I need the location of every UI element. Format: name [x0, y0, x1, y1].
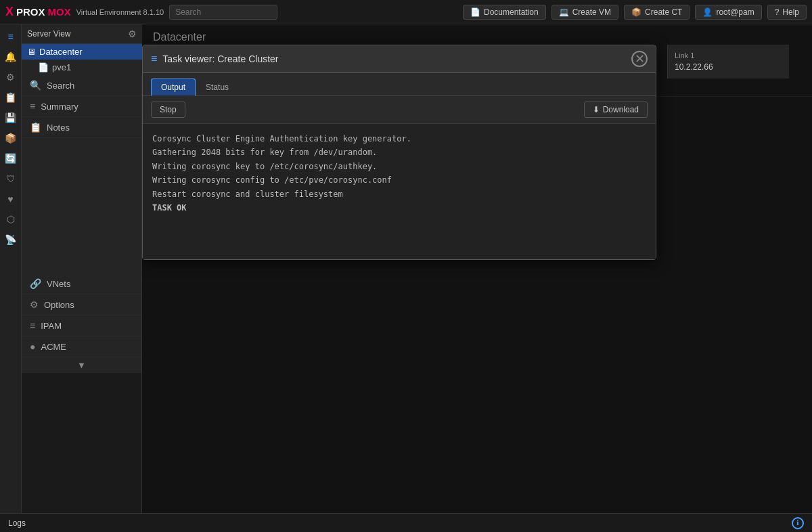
modal-close-button[interactable]: ✕ [631, 51, 648, 67]
acme-icon: ● [30, 341, 35, 352]
topbar: X PROX MOX Virtual Environment 8.1.10 📄 … [0, 0, 812, 24]
stop-button[interactable]: Stop [151, 102, 185, 118]
search-icon: 🔍 [30, 80, 41, 91]
modal-list-icon: ≡ [151, 53, 157, 65]
sidebar-icon-replication[interactable]: 🔄 [1, 149, 20, 168]
logbar-label: Logs [8, 518, 26, 528]
summary-icon: ≡ [30, 101, 35, 112]
sidebar-icon-firewall[interactable]: 🛡 [1, 169, 20, 188]
sidebar-icon-gear[interactable]: ⚙ [1, 68, 20, 87]
main-layout: ≡ 🔔 ⚙ 📋 💾 📦 🔄 🛡 ♥ ⬡ 📡 Server View ⚙ 🖥 Da… [0, 24, 812, 513]
modal-title: Task viewer: Create Cluster [162, 53, 278, 64]
nav-options-label: Options [44, 300, 74, 310]
sidebar-icon-pulse[interactable]: 📡 [1, 230, 20, 249]
nav-item-summary[interactable]: ≡ Summary [22, 96, 141, 117]
output-line-3: Writing corosync key to /etc/corosync/au… [152, 160, 646, 173]
tree-gear-icon[interactable]: ⚙ [128, 28, 137, 39]
datacenter-label: Datacenter [39, 47, 83, 57]
sidebar-icon-list[interactable]: 📋 [1, 88, 20, 107]
pve1-icon: 📄 [38, 62, 49, 72]
sidebar-icon-backup[interactable]: 📦 [1, 129, 20, 148]
vnets-icon: 🔗 [30, 278, 41, 289]
sidebar-icon-storage[interactable]: 💾 [1, 108, 20, 127]
nav-item-notes[interactable]: 📋 Notes [22, 117, 141, 138]
vm-icon: 💻 [559, 7, 569, 17]
nav-sidebar: 🔍 Search ≡ Summary 📋 Notes 🔗 VNets ⚙ Opt… [22, 75, 142, 373]
modal-header: ≡ Task viewer: Create Cluster ✕ [143, 45, 656, 73]
sidebar-icon-ha[interactable]: ♥ [1, 190, 20, 208]
sidebar-icon-sdn[interactable]: ⬡ [1, 210, 20, 229]
sidebar-icon-datacenter[interactable]: 🔔 [1, 47, 20, 66]
tab-status[interactable]: Status [196, 79, 239, 96]
documentation-button[interactable]: 📄 Documentation [463, 5, 546, 20]
tab-output[interactable]: Output [151, 79, 196, 96]
nav-acme-label: ACME [41, 342, 66, 352]
nav-vnets-label: VNets [47, 279, 70, 289]
ct-icon: 📦 [631, 7, 641, 17]
logbar: Logs ℹ [0, 513, 812, 532]
output-line-ok: TASK OK [152, 201, 646, 215]
ipam-icon: ≡ [30, 320, 35, 331]
tree-panel: Server View ⚙ 🖥 Datacenter 📄 pve1 [22, 24, 142, 75]
nav-item-options[interactable]: ⚙ Options [22, 294, 141, 315]
search-input[interactable] [169, 5, 277, 20]
link-label: Link 1 [675, 51, 782, 60]
logo: X PROX MOX Virtual Environment 8.1.10 [5, 5, 164, 19]
content-area: Datacenter Cluster Information Create Cl… [142, 24, 812, 513]
link-value: 10.2.22.66 [675, 62, 782, 72]
task-viewer-modal: ≡ Task viewer: Create Cluster ✕ Output S… [142, 45, 656, 260]
app-subtitle: Virtual Environment 8.1.10 [76, 8, 164, 16]
options-icon: ⚙ [30, 299, 39, 310]
output-line-5: Restart corosync and cluster filesystem [152, 187, 646, 201]
right-panel: Link 1 10.2.22.66 [667, 45, 789, 79]
icon-sidebar: ≡ 🔔 ⚙ 📋 💾 📦 🔄 🛡 ♥ ⬡ 📡 [0, 24, 22, 513]
nav-item-search[interactable]: 🔍 Search [22, 75, 141, 96]
nav-search-label: Search [47, 81, 74, 91]
datacenter-icon: 🖥 [27, 47, 36, 57]
collapse-icon[interactable]: ▼ [77, 360, 86, 370]
output-line-4: Writing corosync config to /etc/pve/coro… [152, 173, 646, 187]
tree-header-label: Server View [27, 29, 70, 39]
modal-title-row: ≡ Task viewer: Create Cluster [151, 53, 279, 65]
create-vm-button[interactable]: 💻 Create VM [551, 5, 618, 20]
logo-mox: MOX [48, 6, 71, 18]
output-line-1: Corosync Cluster Engine Authentication k… [152, 132, 646, 146]
nav-ipam-label: IPAM [41, 321, 62, 331]
nav-notes-label: Notes [47, 123, 70, 133]
help-icon: ? [775, 7, 780, 17]
logo-x-icon: X [5, 5, 14, 19]
nav-summary-label: Summary [41, 102, 78, 112]
tree-item-datacenter[interactable]: 🖥 Datacenter [22, 44, 142, 60]
nav-item-ipam[interactable]: ≡ IPAM [22, 315, 141, 336]
modal-overlay: ≡ Task viewer: Create Cluster ✕ Output S… [142, 24, 812, 513]
tree-header: Server View ⚙ [22, 24, 142, 44]
download-button[interactable]: ⬇ Download [584, 102, 648, 118]
modal-output: Corosync Cluster Engine Authentication k… [143, 124, 656, 259]
create-ct-button[interactable]: 📦 Create CT [624, 5, 690, 20]
logo-prox: PROX [16, 6, 45, 18]
help-button[interactable]: ? Help [767, 5, 807, 20]
notes-icon: 📋 [30, 122, 41, 133]
modal-tabs: Output Status [143, 73, 656, 96]
pve1-label: pve1 [52, 62, 71, 72]
doc-icon: 📄 [470, 7, 480, 17]
download-icon: ⬇ [593, 105, 600, 114]
user-menu-button[interactable]: 👤 root@pam [695, 5, 761, 20]
user-icon: 👤 [702, 7, 713, 17]
sidebar-icon-server[interactable]: ≡ [1, 27, 20, 46]
tree-item-pve1[interactable]: 📄 pve1 [22, 60, 142, 75]
output-line-2: Gathering 2048 bits for key from /dev/ur… [152, 146, 646, 159]
nav-item-vnets[interactable]: 🔗 VNets [22, 273, 141, 294]
nav-item-acme[interactable]: ● ACME [22, 336, 141, 357]
logbar-info-icon[interactable]: ℹ [792, 517, 804, 529]
modal-toolbar: Stop ⬇ Download [143, 96, 656, 124]
